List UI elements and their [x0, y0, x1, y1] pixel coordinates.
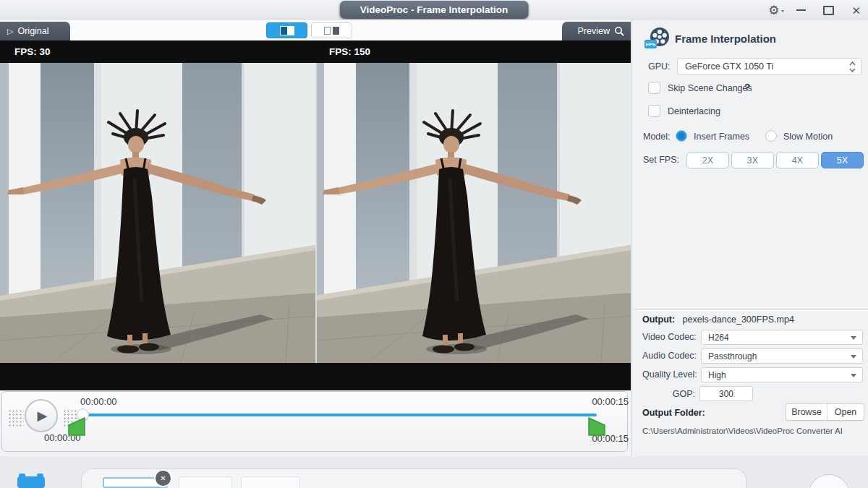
gear-glyph: ⚙: [768, 4, 779, 17]
tab-preview[interactable]: Preview: [562, 22, 631, 40]
video-half-interpolated: [315, 63, 631, 363]
gop-input[interactable]: [699, 386, 753, 401]
fps-2x-button[interactable]: 2X: [686, 152, 729, 168]
gpu-value: GeForce GTX 1050 Ti: [685, 61, 773, 72]
stepper-icon: [849, 61, 856, 72]
fps-5x-button[interactable]: 5X: [821, 152, 864, 168]
remove-clip-icon[interactable]: ✕: [156, 471, 171, 486]
maximize-icon: [823, 6, 834, 15]
current-time: 00:00:00: [80, 396, 117, 407]
media-thumbnail[interactable]: [179, 476, 232, 488]
gpu-label: GPU:: [648, 61, 671, 72]
panel-title: Frame Interpolation: [675, 33, 776, 45]
videoproc-window: VideoProc - Frame Interpolation ⚙ ▾ ✕ ▷ …: [0, 0, 868, 488]
gpu-select[interactable]: GeForce GTX 1050 Ti: [677, 58, 861, 75]
tab-original-label: Original: [17, 26, 48, 36]
video-half-original: [0, 63, 315, 363]
slow-motion-label: Slow Motion: [783, 132, 833, 142]
audio-codec-select[interactable]: Passthrough: [701, 348, 863, 364]
maximize-button[interactable]: [823, 6, 834, 15]
audio-codec-label: Audio Codec:: [642, 351, 697, 361]
play-icon: ▶: [38, 408, 48, 424]
dropdown-caret-icon: [851, 374, 856, 377]
open-button[interactable]: Open: [827, 404, 864, 420]
minimize-button[interactable]: [796, 9, 806, 11]
side-by-side-icon: [280, 26, 294, 35]
timeline-track[interactable]: [82, 414, 597, 416]
player-bar: ▶ 00:00:00 00:00:15 00:00:00 00:00:15: [1, 391, 628, 452]
deinterlacing-label: Deinterlacing: [668, 106, 720, 116]
fps-4x-button[interactable]: 4X: [776, 152, 819, 168]
play-button[interactable]: ▶: [25, 399, 58, 432]
skip-scene-changes-label: Skip Scene Changes: [668, 83, 752, 93]
media-thumbnail[interactable]: [241, 476, 300, 488]
compare-divider: [315, 63, 317, 363]
video-clip-icon[interactable]: [17, 476, 45, 488]
output-filename: pexels-dance_300FPS.mp4: [683, 314, 794, 325]
insert-frames-label: Insert Frames: [694, 132, 749, 142]
output-folder-label: Output Folder:: [642, 408, 705, 418]
audio-codec-value: Passthrough: [708, 351, 757, 361]
dropdown-caret-icon: [851, 336, 856, 340]
split-view-icon: [324, 27, 339, 35]
skip-scene-changes-checkbox[interactable]: [648, 82, 660, 94]
gear-caret-icon: ▾: [781, 5, 783, 17]
insert-frames-radio[interactable]: [676, 130, 687, 142]
frame-interpolation-panel: FPS Frame Interpolation GPU: GeForce GTX…: [631, 20, 868, 488]
output-label: Output:: [642, 314, 675, 325]
film-reel-fps-icon: FPS: [644, 26, 671, 51]
duration-time: 00:00:15: [585, 396, 629, 407]
preview-tabs-row: ▷ Original Preview: [0, 20, 631, 40]
slow-motion-radio[interactable]: [765, 130, 777, 142]
trim-start-handle[interactable]: [68, 417, 85, 436]
help-icon[interactable]: ?: [744, 82, 750, 93]
folder-buttons: Browse Open: [786, 403, 864, 421]
drag-grip-icon[interactable]: [8, 409, 24, 428]
quality-level-value: High: [708, 370, 726, 380]
dropdown-caret-icon: [851, 355, 856, 359]
fps-overlay-interpolated: FPS: 150: [329, 46, 370, 57]
panel-divider: [632, 309, 868, 311]
model-label: Model:: [643, 132, 671, 142]
tab-original[interactable]: ▷ Original: [0, 22, 70, 40]
round-action-button[interactable]: [808, 474, 850, 488]
minimize-icon: [796, 9, 806, 11]
set-fps-label: Set FPS:: [643, 155, 679, 165]
window-controls: ⚙ ▾ ✕: [768, 0, 861, 20]
play-outline-icon: ▷: [7, 27, 13, 36]
quality-level-select[interactable]: High: [701, 367, 863, 382]
output-row: Output: pexels-dance_300FPS.mp4: [642, 314, 794, 325]
fps-badge-label: FPS: [646, 42, 656, 47]
quality-level-label: Quality Level:: [642, 369, 697, 380]
output-folder-path: C:\Users\Administrator\Videos\VideoProc …: [642, 427, 843, 435]
title-bar: VideoProc - Frame Interpolation ⚙ ▾ ✕: [0, 0, 868, 21]
magnifier-icon: [614, 26, 624, 36]
deinterlacing-checkbox[interactable]: [648, 105, 660, 117]
side-by-side-view-button[interactable]: [266, 22, 307, 38]
trim-end-handle[interactable]: [588, 417, 605, 436]
settings-gear-icon[interactable]: ⚙ ▾: [768, 4, 779, 17]
preview-region: ▷ Original Preview FPS: 30 F: [0, 20, 631, 488]
video-codec-value: H264: [708, 333, 729, 343]
video-codec-label: Video Codec:: [642, 332, 697, 342]
close-button[interactable]: ✕: [851, 5, 861, 16]
bottom-strip: ✕: [0, 456, 868, 488]
fps-overlay-original: FPS: 30: [14, 46, 51, 57]
video-compare-area: FPS: 30 FPS: 150: [0, 40, 631, 390]
browse-button[interactable]: Browse: [786, 404, 827, 420]
video-codec-select[interactable]: H264: [701, 330, 863, 345]
fps-3x-button[interactable]: 3X: [731, 152, 774, 168]
gop-label: GOP:: [647, 389, 695, 399]
view-mode-toggles: [266, 22, 352, 38]
window-title: VideoProc - Frame Interpolation: [340, 1, 529, 19]
split-view-button[interactable]: [311, 22, 352, 38]
tab-preview-label: Preview: [578, 26, 610, 36]
